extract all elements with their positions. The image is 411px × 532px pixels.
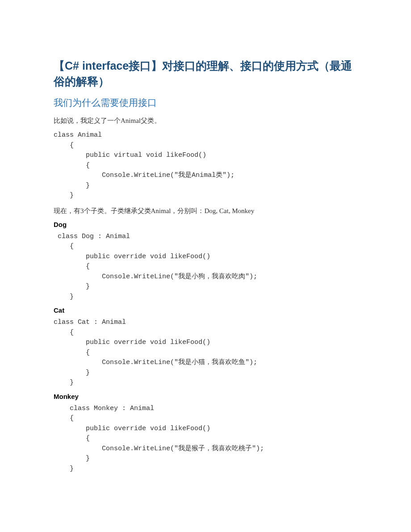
monkey-label: Monkey — [54, 393, 357, 400]
section-subtitle: 我们为什么需要使用接口 — [54, 96, 357, 109]
code-cat-class: class Cat : Animal { public override voi… — [54, 318, 357, 388]
cat-label: Cat — [54, 306, 357, 314]
page-title: 【C# interface接口】对接口的理解、接口的使用方式（最通俗的解释） — [54, 58, 357, 89]
code-monkey-class: class Monkey : Animal { public override … — [54, 404, 357, 474]
dog-label: Dog — [54, 221, 357, 228]
code-animal-class: class Animal { public virtual void likeF… — [54, 130, 357, 201]
children-paragraph: 现在，有3个子类。子类继承父类Animal，分别叫：Dog, Cat, Monk… — [54, 205, 357, 216]
intro-paragraph: 比如说，我定义了一个Animal父类。 — [54, 115, 357, 126]
code-dog-class: class Dog : Animal { public override voi… — [54, 232, 357, 302]
